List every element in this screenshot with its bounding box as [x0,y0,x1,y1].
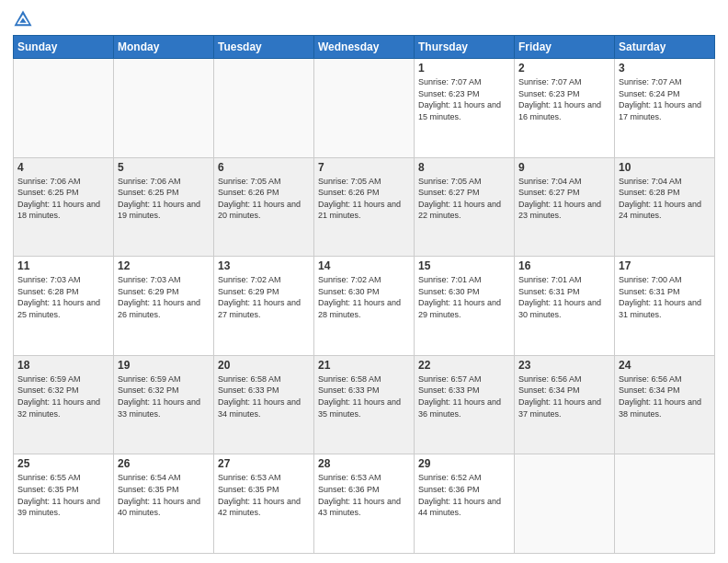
day-number: 20 [218,359,310,372]
calendar-cell: 10Sunrise: 7:04 AM Sunset: 6:28 PM Dayli… [615,157,715,257]
day-info: Sunrise: 7:02 AM Sunset: 6:30 PM Dayligh… [318,274,410,320]
calendar-cell [615,454,715,554]
calendar-cell: 29Sunrise: 6:52 AM Sunset: 6:36 PM Dayli… [415,454,515,554]
day-info: Sunrise: 6:56 AM Sunset: 6:34 PM Dayligh… [619,373,711,419]
day-info: Sunrise: 7:06 AM Sunset: 6:25 PM Dayligh… [17,176,109,222]
weekday-header-row: SundayMondayTuesdayWednesdayThursdayFrid… [14,36,715,59]
day-info: Sunrise: 6:55 AM Sunset: 6:35 PM Dayligh… [17,472,109,518]
day-info: Sunrise: 7:05 AM Sunset: 6:26 PM Dayligh… [318,176,410,222]
day-info: Sunrise: 7:06 AM Sunset: 6:25 PM Dayligh… [118,176,210,222]
calendar-cell [515,454,615,554]
weekday-header: Saturday [615,36,715,59]
calendar-cell: 28Sunrise: 6:53 AM Sunset: 6:36 PM Dayli… [314,454,415,554]
day-number: 21 [318,359,410,372]
day-info: Sunrise: 7:07 AM Sunset: 6:24 PM Dayligh… [619,76,711,122]
day-info: Sunrise: 6:56 AM Sunset: 6:34 PM Dayligh… [518,373,610,419]
calendar-week-row: 18Sunrise: 6:59 AM Sunset: 6:32 PM Dayli… [14,355,715,454]
calendar-cell: 21Sunrise: 6:58 AM Sunset: 6:33 PM Dayli… [314,355,415,454]
logo [13,9,37,29]
calendar-cell: 22Sunrise: 6:57 AM Sunset: 6:33 PM Dayli… [415,355,515,454]
weekday-header: Thursday [415,36,515,59]
day-number: 18 [17,359,109,372]
day-number: 26 [118,457,210,470]
day-number: 4 [17,161,109,174]
day-info: Sunrise: 7:05 AM Sunset: 6:26 PM Dayligh… [218,176,310,222]
calendar-cell: 11Sunrise: 7:03 AM Sunset: 6:28 PM Dayli… [14,257,114,356]
day-number: 12 [118,259,210,272]
calendar-week-row: 1Sunrise: 7:07 AM Sunset: 6:23 PM Daylig… [14,59,715,158]
day-info: Sunrise: 7:01 AM Sunset: 6:31 PM Dayligh… [518,274,610,320]
calendar-cell: 23Sunrise: 6:56 AM Sunset: 6:34 PM Dayli… [515,355,615,454]
calendar-cell: 16Sunrise: 7:01 AM Sunset: 6:31 PM Dayli… [515,257,615,356]
calendar-cell: 15Sunrise: 7:01 AM Sunset: 6:30 PM Dayli… [415,257,515,356]
calendar-week-row: 4Sunrise: 7:06 AM Sunset: 6:25 PM Daylig… [14,157,715,257]
day-number: 1 [418,62,510,75]
day-info: Sunrise: 6:58 AM Sunset: 6:33 PM Dayligh… [218,373,310,419]
day-info: Sunrise: 7:05 AM Sunset: 6:27 PM Dayligh… [418,176,510,222]
day-info: Sunrise: 7:01 AM Sunset: 6:30 PM Dayligh… [418,274,510,320]
calendar-cell: 13Sunrise: 7:02 AM Sunset: 6:29 PM Dayli… [214,257,314,356]
day-info: Sunrise: 7:07 AM Sunset: 6:23 PM Dayligh… [518,76,610,122]
day-number: 10 [619,161,711,174]
calendar-cell: 12Sunrise: 7:03 AM Sunset: 6:29 PM Dayli… [114,257,214,356]
calendar-cell: 7Sunrise: 7:05 AM Sunset: 6:26 PM Daylig… [314,157,415,257]
day-number: 13 [218,259,310,272]
weekday-header: Sunday [14,36,114,59]
day-number: 6 [218,161,310,174]
logo-icon [13,9,33,29]
day-info: Sunrise: 7:02 AM Sunset: 6:29 PM Dayligh… [218,274,310,320]
day-info: Sunrise: 6:57 AM Sunset: 6:33 PM Dayligh… [418,373,510,419]
day-info: Sunrise: 7:07 AM Sunset: 6:23 PM Dayligh… [418,76,510,122]
day-info: Sunrise: 6:59 AM Sunset: 6:32 PM Dayligh… [17,373,109,419]
calendar-cell: 1Sunrise: 7:07 AM Sunset: 6:23 PM Daylig… [415,59,515,158]
day-info: Sunrise: 6:59 AM Sunset: 6:32 PM Dayligh… [118,373,210,419]
calendar-week-row: 25Sunrise: 6:55 AM Sunset: 6:35 PM Dayli… [14,454,715,554]
day-number: 25 [17,457,109,470]
calendar-cell: 8Sunrise: 7:05 AM Sunset: 6:27 PM Daylig… [415,157,515,257]
calendar-cell: 25Sunrise: 6:55 AM Sunset: 6:35 PM Dayli… [14,454,114,554]
calendar-cell: 27Sunrise: 6:53 AM Sunset: 6:35 PM Dayli… [214,454,314,554]
day-info: Sunrise: 7:04 AM Sunset: 6:27 PM Dayligh… [518,176,610,222]
weekday-header: Wednesday [314,36,415,59]
day-number: 5 [118,161,210,174]
day-info: Sunrise: 6:53 AM Sunset: 6:35 PM Dayligh… [218,472,310,518]
day-number: 9 [518,161,610,174]
day-number: 3 [619,62,711,75]
day-number: 29 [418,457,510,470]
day-info: Sunrise: 6:54 AM Sunset: 6:35 PM Dayligh… [118,472,210,518]
calendar-cell: 17Sunrise: 7:00 AM Sunset: 6:31 PM Dayli… [615,257,715,356]
day-number: 24 [619,359,711,372]
day-info: Sunrise: 7:00 AM Sunset: 6:31 PM Dayligh… [619,274,711,320]
page: SundayMondayTuesdayWednesdayThursdayFrid… [0,0,728,563]
day-info: Sunrise: 6:58 AM Sunset: 6:33 PM Dayligh… [318,373,410,419]
calendar-cell: 9Sunrise: 7:04 AM Sunset: 6:27 PM Daylig… [515,157,615,257]
weekday-header: Tuesday [214,36,314,59]
day-info: Sunrise: 7:03 AM Sunset: 6:29 PM Dayligh… [118,274,210,320]
day-number: 8 [418,161,510,174]
calendar-table: SundayMondayTuesdayWednesdayThursdayFrid… [13,35,715,554]
day-number: 27 [218,457,310,470]
day-number: 15 [418,259,510,272]
day-number: 28 [318,457,410,470]
calendar-cell [214,59,314,158]
day-info: Sunrise: 7:04 AM Sunset: 6:28 PM Dayligh… [619,176,711,222]
calendar-cell: 18Sunrise: 6:59 AM Sunset: 6:32 PM Dayli… [14,355,114,454]
calendar-cell [14,59,114,158]
calendar-week-row: 11Sunrise: 7:03 AM Sunset: 6:28 PM Dayli… [14,257,715,356]
calendar-cell: 3Sunrise: 7:07 AM Sunset: 6:24 PM Daylig… [615,59,715,158]
day-number: 16 [518,259,610,272]
day-number: 14 [318,259,410,272]
header [13,9,715,29]
day-number: 7 [318,161,410,174]
day-info: Sunrise: 6:53 AM Sunset: 6:36 PM Dayligh… [318,472,410,518]
calendar-cell: 14Sunrise: 7:02 AM Sunset: 6:30 PM Dayli… [314,257,415,356]
day-number: 11 [17,259,109,272]
day-number: 19 [118,359,210,372]
weekday-header: Friday [515,36,615,59]
calendar-cell: 5Sunrise: 7:06 AM Sunset: 6:25 PM Daylig… [114,157,214,257]
calendar-cell [114,59,214,158]
calendar-cell: 26Sunrise: 6:54 AM Sunset: 6:35 PM Dayli… [114,454,214,554]
day-info: Sunrise: 6:52 AM Sunset: 6:36 PM Dayligh… [418,472,510,518]
day-number: 17 [619,259,711,272]
calendar-cell: 20Sunrise: 6:58 AM Sunset: 6:33 PM Dayli… [214,355,314,454]
